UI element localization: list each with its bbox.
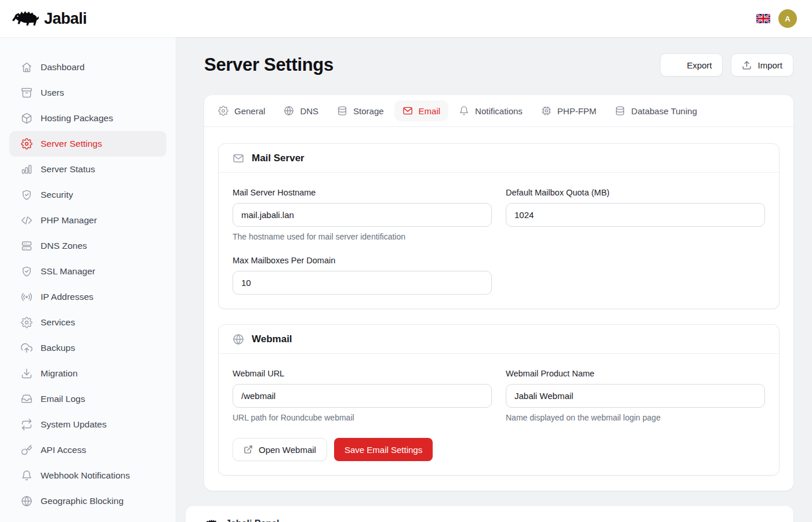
card-button-row: Open WebmailSave Email Settings [233,438,765,461]
sidebar-item-label: Dashboard [41,62,85,72]
brand[interactable]: Jabali [12,9,87,28]
shield-icon [21,189,32,201]
tab-label: PHP-FPM [557,106,597,116]
sidebar-nav: DashboardUsersHosting PackagesServer Set… [0,55,176,514]
export-button[interactable]: Export [660,53,723,77]
archive-icon [21,87,32,99]
card-title: Webmail [252,334,292,345]
upload-icon [742,60,752,70]
tab-email[interactable]: Email [394,100,449,121]
package-icon [21,113,32,124]
sidebar-item-label: Security [41,190,73,200]
inbox-icon [21,393,32,405]
database-icon [337,106,347,116]
sidebar-item-label: Webhook Notifications [41,470,130,481]
sidebar-item-label: Hosting Packages [41,113,113,124]
sidebar-item-ssl-manager[interactable]: SSL Manager [9,259,166,284]
save-email-settings-button[interactable]: Save Email Settings [334,438,433,461]
tab-dns[interactable]: DNS [276,100,327,121]
import-button-label: Import [757,60,782,70]
sidebar-item-label: Users [41,88,64,98]
footer-boar-logo-icon [204,519,219,522]
tab-general[interactable]: General [210,100,273,121]
tab-database-tuning[interactable]: Database Tuning [607,100,705,121]
sidebar-item-label: Migration [41,368,78,379]
page-title: Server Settings [204,55,334,75]
main-content: Server Settings Export Import GeneralDNS… [176,37,812,522]
sidebar-item-security[interactable]: Security [9,182,166,208]
sidebar-item-users[interactable]: Users [9,80,166,106]
field-webmail-url: Webmail URLURL path for Roundcube webmai… [233,368,492,423]
sidebar-item-backups[interactable]: Backups [9,335,166,361]
tab-label: Database Tuning [631,106,697,116]
footer-brand: Jabali Panel [204,519,280,522]
code-icon [21,215,32,226]
tab-storage[interactable]: Storage [329,100,392,121]
gear-icon [21,138,32,150]
sidebar-item-label: Server Status [41,164,95,175]
bell-icon [459,106,469,116]
button-label: Open Webmail [259,445,316,455]
sidebar-item-dns-zones[interactable]: DNS Zones [9,233,166,259]
cpu-icon [541,106,552,116]
sidebar-item-webhook-notifications[interactable]: Webhook Notifications [9,463,166,488]
sidebar-item-label: Email Logs [41,394,85,404]
field-label: Webmail Product Name [506,368,765,379]
sidebar-item-migration[interactable]: Migration [9,361,166,386]
field-label: Default Mailbox Quota (MB) [506,187,765,198]
user-avatar[interactable]: A [778,9,797,28]
jabali-boar-logo-icon [12,9,39,28]
sidebar-item-label: IP Addresses [41,292,93,302]
field-label: Webmail URL [233,368,492,379]
bell-icon [21,470,32,481]
mail-icon [233,153,244,164]
sidebar-item-server-status[interactable]: Server Status [9,157,166,182]
tab-php-fpm[interactable]: PHP-FPM [533,100,605,121]
sidebar-item-geographic-blocking[interactable]: Geographic Blocking [9,488,166,514]
webmail-product-name-input[interactable] [506,384,765,408]
tab-notifications[interactable]: Notifications [451,100,531,121]
footer-brand-name: Jabali Panel [226,519,280,522]
button-label: Save Email Settings [345,445,422,455]
open-webmail-button[interactable]: Open Webmail [233,438,327,461]
key-icon [21,444,32,456]
gear-icon [218,106,229,116]
import-button[interactable]: Import [731,53,793,77]
download-icon [21,368,32,379]
sidebar-item-label: PHP Manager [41,215,97,226]
sidebar-item-ip-addresses[interactable]: IP Addresses [9,284,166,310]
max-mailboxes-per-domain-input[interactable] [233,271,492,295]
webmail-url-input[interactable] [233,384,492,408]
sidebar-item-dashboard[interactable]: Dashboard [9,55,166,80]
field-default-mailbox-quota-mb: Default Mailbox Quota (MB) [506,187,765,227]
field-label: Mail Server Hostname [233,187,492,198]
settings-tabbar: GeneralDNSStorageEmailNotificationsPHP-F… [204,95,793,127]
repeat-icon [21,419,32,430]
server-icon [21,240,32,252]
sidebar-item-server-settings[interactable]: Server Settings [9,131,166,157]
sidebar-item-email-logs[interactable]: Email Logs [9,386,166,412]
uk-flag-icon[interactable] [756,14,770,24]
globe-icon [21,495,32,507]
sidebar-item-php-manager[interactable]: PHP Manager [9,208,166,233]
tab-label: Storage [353,106,384,116]
field-webmail-product-name: Webmail Product NameName displayed on th… [506,368,765,423]
sidebar-item-label: Backups [41,343,75,353]
sidebar-item-system-updates[interactable]: System Updates [9,412,166,437]
sidebar-item-hosting-packages[interactable]: Hosting Packages [9,106,166,131]
brand-name: Jabali [44,10,87,28]
download-icon [671,60,681,70]
sidebar-item-services[interactable]: Services [9,310,166,335]
field-mail-server-hostname: Mail Server HostnameThe hostname used fo… [233,187,492,242]
mail-server-hostname-input[interactable] [233,203,492,227]
footer: Jabali Panel [186,506,793,522]
bar-chart-icon [21,164,32,175]
cloud-upload-icon [21,342,32,354]
shield-icon [21,266,32,277]
sidebar-item-label: System Updates [41,419,107,430]
sidebar-item-api-access[interactable]: API Access [9,437,166,463]
home-icon [21,61,32,73]
default-mailbox-quota-mb-input[interactable] [506,203,765,227]
sidebar-item-label: Geographic Blocking [41,496,124,506]
sidebar-item-label: Server Settings [41,139,102,149]
